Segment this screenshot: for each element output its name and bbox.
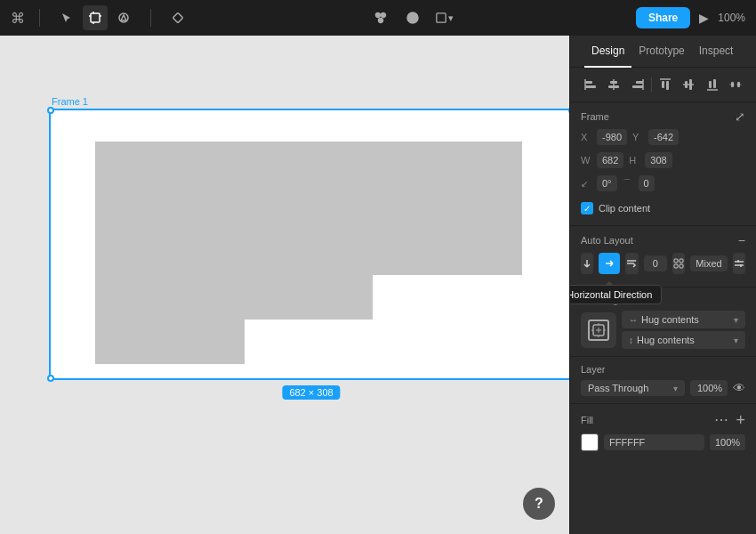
hug-width-option[interactable]: ↔ Hug contents ▾ xyxy=(622,311,745,328)
frame-header: Frame ⤢ xyxy=(581,109,745,124)
w-prop: W 682 xyxy=(581,152,623,168)
fill-add-button[interactable]: + xyxy=(736,412,745,428)
svg-rect-35 xyxy=(674,264,678,268)
panel-tabs: Design Prototype Inspect xyxy=(570,36,756,68)
y-input[interactable]: -642 xyxy=(648,129,679,145)
y-prop: Y -642 xyxy=(632,129,679,145)
main-layout: Frame 1 682 × 308 ? Design Prototype Ins… xyxy=(0,36,756,534)
blend-mode-select[interactable]: Pass Through ▾ xyxy=(581,380,685,396)
hug-height-option[interactable]: ↕ Hug contents ▾ xyxy=(622,331,745,349)
w-label: W xyxy=(581,155,591,166)
zoom-button[interactable]: 100% xyxy=(718,12,745,24)
svg-rect-38 xyxy=(740,264,742,267)
frame-tool-button[interactable] xyxy=(83,5,108,30)
resizing-section: Resizing ↔ Hug contents ▾ xyxy=(570,287,756,357)
padding-input[interactable]: Mixed xyxy=(690,255,727,271)
svg-rect-0 xyxy=(91,13,100,22)
distribute-h-button[interactable] xyxy=(726,75,745,94)
direction-vertical-button[interactable] xyxy=(581,253,593,274)
auto-layout-section: Auto Layout − Horizontal xyxy=(570,226,756,287)
frame-select-icon[interactable]: ▾ xyxy=(436,9,454,27)
divider xyxy=(651,77,652,92)
move-tool-button[interactable] xyxy=(54,5,79,30)
community-icon[interactable] xyxy=(372,9,390,27)
auto-layout-remove-button[interactable]: − xyxy=(738,233,745,247)
hug-width-arrow-icon: ▾ xyxy=(734,315,738,325)
gap-input[interactable]: 0 xyxy=(644,255,667,271)
svg-rect-36 xyxy=(680,264,683,268)
rotation-input[interactable]: 0° xyxy=(597,175,617,191)
tab-inspect[interactable]: Inspect xyxy=(692,36,741,67)
h-label: H xyxy=(629,155,639,166)
fill-section: Fill ⋯ + FFFFFF 100% xyxy=(570,404,756,458)
direction-horizontal-button[interactable] xyxy=(599,253,620,274)
h-prop: H 308 xyxy=(629,152,672,168)
content-shape xyxy=(95,142,522,364)
frame-outline[interactable]: 682 × 308 xyxy=(49,109,569,380)
tool-group-main xyxy=(54,5,136,30)
handle-top-left[interactable] xyxy=(47,107,54,114)
svg-rect-6 xyxy=(173,12,182,22)
tab-design[interactable]: Design xyxy=(584,36,631,68)
rotation-prop: ↙ 0° xyxy=(581,175,617,191)
layer-header: Layer xyxy=(581,364,745,375)
frame-label: Frame 1 xyxy=(52,96,88,107)
shapes-tool-button[interactable] xyxy=(111,5,136,30)
auto-layout-header: Auto Layout − xyxy=(581,233,745,247)
clip-content-checkbox[interactable]: ✓ xyxy=(581,202,593,214)
resize-layout: ↔ Hug contents ▾ ↕ Hug contents ▾ xyxy=(581,311,745,349)
component-tool-button[interactable] xyxy=(165,5,190,30)
opacity-input[interactable]: 100% xyxy=(690,380,728,396)
wh-row: W 682 H 308 xyxy=(581,152,745,172)
align-center-h-button[interactable] xyxy=(604,75,623,94)
fill-color-swatch[interactable] xyxy=(581,433,599,451)
size-badge: 682 × 308 xyxy=(282,385,340,400)
svg-rect-34 xyxy=(680,259,683,263)
direction-horizontal-container: Horizontal Direction xyxy=(599,253,620,274)
topbar-left: ⌘ xyxy=(11,5,190,30)
tab-prototype[interactable]: Prototype xyxy=(631,36,691,67)
resize-options: ↔ Hug contents ▾ ↕ Hug contents ▾ xyxy=(622,311,745,349)
help-button[interactable]: ? xyxy=(523,488,555,520)
svg-point-9 xyxy=(379,19,383,23)
svg-rect-12 xyxy=(585,81,592,84)
svg-rect-18 xyxy=(636,81,643,84)
fill-row: FFFFFF 100% xyxy=(581,433,745,451)
right-panel: Design Prototype Inspect xyxy=(569,36,756,534)
separator xyxy=(39,9,40,27)
blend-mode-label: Pass Through xyxy=(588,383,648,393)
align-center-v-button[interactable] xyxy=(679,75,698,94)
x-input[interactable]: -980 xyxy=(597,129,627,145)
frame-expand-button[interactable]: ⤢ xyxy=(735,109,745,124)
resize-visual xyxy=(581,312,616,348)
align-top-button[interactable] xyxy=(655,75,675,94)
align-row xyxy=(570,68,756,102)
apple-logo-icon: ⌘ xyxy=(11,10,25,27)
resize-h-icon: ↔ xyxy=(629,315,638,325)
handle-bottom-left[interactable] xyxy=(47,375,54,382)
visibility-toggle[interactable]: 👁 xyxy=(733,381,745,395)
h-input[interactable]: 308 xyxy=(645,152,672,168)
al-more-button[interactable] xyxy=(733,253,745,274)
svg-rect-21 xyxy=(662,81,664,88)
handle-top-right[interactable] xyxy=(568,107,569,114)
svg-rect-37 xyxy=(737,260,739,263)
fill-opacity-input[interactable]: 100% xyxy=(710,434,745,450)
align-right-button[interactable] xyxy=(628,75,647,94)
layer-title: Layer xyxy=(581,364,606,375)
fill-hex-input[interactable]: FFFFFF xyxy=(604,434,704,450)
align-left-button[interactable] xyxy=(581,75,600,94)
contrast-icon[interactable] xyxy=(404,9,422,27)
w-input[interactable]: 682 xyxy=(597,152,623,168)
rotation-label: ↙ xyxy=(581,179,591,189)
canvas-area[interactable]: Frame 1 682 × 308 ? xyxy=(0,36,569,534)
share-button[interactable]: Share xyxy=(636,7,690,28)
align-bottom-button[interactable] xyxy=(703,75,722,94)
play-button[interactable]: ▶ xyxy=(699,11,709,25)
topbar: ⌘ xyxy=(0,0,756,36)
grid-button[interactable] xyxy=(672,253,685,274)
wrap-button[interactable] xyxy=(625,253,638,274)
fill-grid-icon[interactable]: ⋯ xyxy=(714,411,728,428)
corner-input[interactable]: 0 xyxy=(639,175,655,191)
fill-title: Fill xyxy=(581,415,593,425)
